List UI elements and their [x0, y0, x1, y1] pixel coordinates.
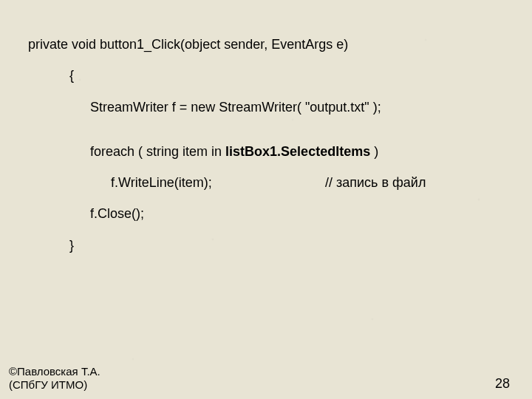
code-comment: // запись в файл: [325, 175, 426, 190]
footer-author: ©Павловская Т.А.: [9, 365, 517, 378]
code-text: {: [69, 68, 74, 83]
page-number: 28: [495, 376, 510, 392]
code-line-open-brace: {: [28, 66, 510, 84]
code-text: f.Close();: [90, 206, 144, 221]
code-text: f.WriteLine(item);: [111, 174, 325, 191]
code-line-streamwriter: StreamWriter f = new StreamWriter( "outp…: [28, 98, 510, 116]
code-line-close: f.Close();: [28, 205, 510, 222]
code-text: StreamWriter f = new StreamWriter( "outp…: [90, 100, 381, 115]
code-text: ): [370, 144, 378, 159]
code-line-foreach: foreach ( string item in listBox1.Select…: [28, 143, 510, 160]
code-text: private void button1_Click(object sender…: [28, 37, 348, 52]
code-text-bold: listBox1.SelectedItems: [225, 144, 370, 159]
footer-org: (СПбГУ ИТМО): [9, 378, 517, 392]
code-block: private void button1_Click(object sender…: [28, 35, 510, 267]
blank-line: [28, 129, 510, 143]
code-text: foreach ( string item in: [90, 144, 225, 159]
code-text: }: [69, 238, 74, 253]
slide-footer: ©Павловская Т.А. (СПбГУ ИТМО) 28: [9, 365, 517, 392]
code-line-writeline: f.WriteLine(item);// запись в файл: [28, 174, 510, 191]
code-line-close-brace: }: [28, 236, 510, 254]
code-line-signature: private void button1_Click(object sender…: [28, 35, 510, 53]
